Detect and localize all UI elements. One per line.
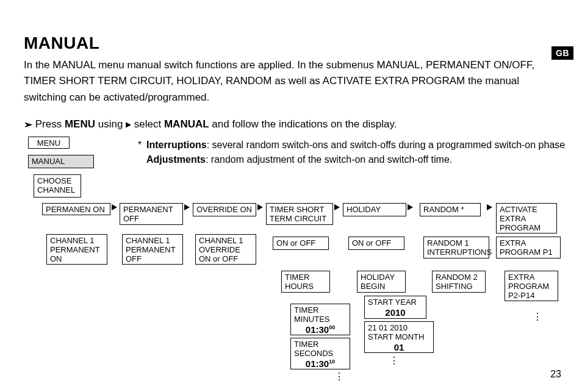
vdots-icon-2: ⋮: [389, 355, 399, 366]
instruction-menu: MENU: [65, 118, 95, 130]
arrow-icon-1: [112, 204, 117, 210]
box-random: RANDOM *: [420, 203, 481, 216]
asterisk-icon: *: [138, 138, 142, 152]
instruction-line: ➢ Press MENU using ▶ select MANUAL and f…: [24, 118, 397, 130]
arrow-icon-5: [408, 204, 413, 210]
box-holiday-begin: HOLIDAY BEGIN: [357, 271, 406, 293]
box-activate: ACTIVATE EXTRA PROGRAM: [496, 203, 557, 233]
start-year-val: 2010: [368, 307, 423, 318]
timer-seconds-val: 01:30: [306, 358, 329, 369]
box-timer-minutes: TIMER MINUTES 01:3000: [290, 304, 350, 335]
arrow-icon-2: [184, 204, 190, 210]
start-year-label: START YEAR: [368, 298, 417, 307]
box-random1: RANDOM 1 INTERRUPTIONS: [423, 237, 489, 258]
bullet-chevron-icon: ➢: [24, 118, 32, 131]
timer-seconds-sup: 10: [329, 358, 335, 365]
box-timer-short: TIMER SHORT TERM CIRCUIT: [266, 203, 333, 225]
box-start-year: START YEAR 2010: [364, 296, 426, 319]
adjustments-label: Adjustments: [146, 154, 206, 165]
page: MANUAL GB In the MANUAL menu manual swit…: [0, 0, 582, 392]
page-number: 23: [550, 369, 561, 380]
box-on-off-2: ON or OFF: [348, 237, 404, 250]
start-month-val: 01: [368, 342, 430, 352]
page-title: MANUAL: [24, 34, 99, 53]
box-extra-p1: EXTRA PROGRAM P1: [496, 237, 561, 258]
arrow-icon-6: [487, 204, 492, 210]
box-override-on: OVERRIDE ON: [193, 203, 256, 216]
box-permanen-on: PERMANEN ON: [42, 203, 110, 215]
timer-seconds-label: TIMER SECONDS: [294, 340, 333, 358]
right-triangle-icon: ▶: [126, 120, 131, 129]
arrow-icon-3: [257, 204, 263, 210]
box-random2: RANDOM 2 SHIFTING: [432, 271, 486, 293]
instruction-tail: and follow the indications on the displa…: [209, 118, 397, 130]
box-menu: MENU: [28, 137, 70, 149]
box-ch1-perm-on: CHANNEL 1 PERMANENT ON: [46, 234, 107, 265]
timer-minutes-val: 01:30: [306, 324, 329, 335]
interruptions-label: Interruptions: [146, 140, 207, 150]
timer-minutes-sup: 00: [329, 324, 335, 330]
box-on-off-1: ON or OFF: [273, 237, 329, 250]
start-month-date: 21 01 2010: [368, 323, 408, 332]
arrow-icon-4: [334, 204, 340, 210]
notes-block: * Interruptions: several random switch-o…: [146, 138, 573, 167]
instruction-mid: using: [95, 118, 126, 130]
box-timer-hours: TIMER HOURS: [281, 271, 330, 293]
adjustments-text: : random adjustment of the switch-on and…: [206, 154, 452, 165]
interruptions-text: : several random switch-ons and switch-o…: [207, 140, 566, 150]
box-ch1-override: CHANNEL 1 OVERRIDE ON or OFF: [195, 234, 256, 265]
instruction-manual: MANUAL: [164, 118, 209, 130]
box-start-month: 21 01 2010 START MONTH 01: [364, 321, 434, 353]
box-timer-seconds: TIMER SECONDS 01:3010: [290, 338, 350, 369]
box-permanent-off: PERMANENT OFF: [120, 203, 183, 225]
box-manual: MANUAL: [28, 155, 94, 168]
instruction-post: select: [131, 118, 164, 130]
timer-minutes-label: TIMER MINUTES: [294, 305, 330, 324]
language-badge: GB: [551, 46, 573, 60]
box-holiday: HOLIDAY: [343, 203, 406, 216]
start-month-label: START MONTH: [368, 332, 424, 341]
box-choose-channel: CHOOSE CHANNEL: [34, 174, 81, 198]
vdots-icon-3: ⋮: [533, 311, 542, 323]
vdots-icon-1: ⋮: [334, 371, 344, 382]
box-ch1-perm-off: CHANNEL 1 PERMANENT OFF: [122, 234, 183, 265]
box-extra-p2: EXTRA PROGRAM P2-P14: [505, 271, 558, 301]
intro-paragraph: In the MANUAL menu manual switch functio…: [24, 57, 555, 105]
instruction-pre: Press: [35, 118, 65, 130]
